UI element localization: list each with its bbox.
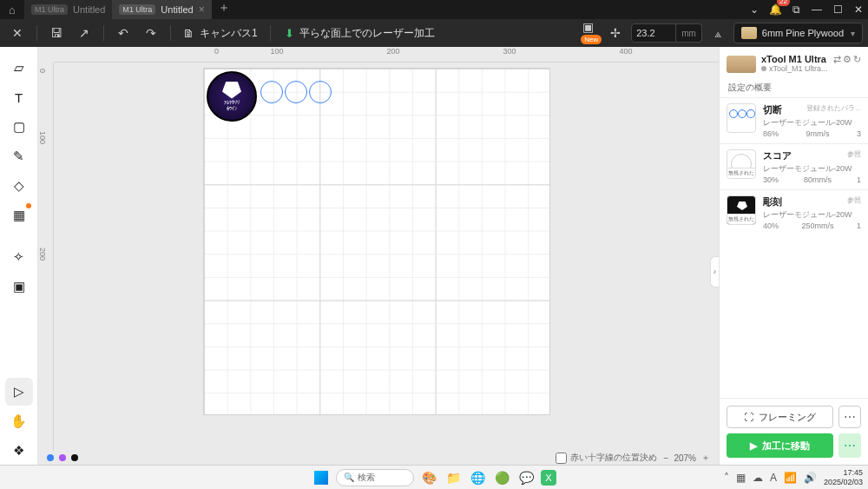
tray-cloud-icon[interactable]: ☁ [753, 472, 763, 484]
swap-icon[interactable]: ⇄ [833, 54, 841, 73]
close-icon[interactable]: ✕ [5, 21, 30, 45]
path-icon[interactable]: ✢ [603, 21, 628, 45]
thickness-unit: mm [676, 23, 702, 43]
tray-chevron-icon[interactable]: ˄ [724, 472, 729, 484]
titlebar: ⌂ M1 Ultra Untitled M1 Ultra Untitled × … [0, 0, 868, 19]
framing-more-button[interactable]: ⋯ [838, 406, 861, 428]
mode-selector[interactable]: ⬇︎ 平らな面上でのレーザー加工 [278, 26, 442, 41]
taskbar-xcs-icon[interactable]: X [541, 470, 556, 486]
apps-icon[interactable]: ▦ [5, 202, 33, 229]
export-icon[interactable]: ↗ [72, 21, 96, 45]
process-thumb [727, 103, 756, 133]
hand-icon[interactable]: ✋ [5, 407, 33, 435]
mode-text: 平らな面上でのレーザー加工 [299, 26, 435, 41]
crosshair-checkbox[interactable]: 赤い十字線の位置決め [556, 452, 657, 464]
measure-icon[interactable]: ⟁ [706, 21, 730, 45]
process-more-button[interactable]: ⋯ [838, 433, 861, 458]
tab-label: Untitled [161, 4, 193, 15]
thickness-input[interactable] [631, 23, 676, 43]
tab-close-icon[interactable]: × [199, 3, 205, 16]
zoom-out-button[interactable]: − [664, 453, 669, 463]
material-name: 6mm Pine Plywood [762, 28, 844, 38]
tray-ime-icon[interactable]: A [770, 472, 777, 484]
pen-icon[interactable]: ✎ [5, 142, 33, 170]
process-item-score[interactable]: 無視された スコア 参照 レーザーモジュール-20W 30% 80mm/s 1 [720, 143, 868, 189]
canvas-footer: 赤い十字線の位置決め − 207% ＋ [38, 451, 719, 465]
text-icon[interactable]: T [5, 83, 33, 111]
taskbar-line-icon[interactable]: 💬 [516, 468, 536, 487]
maximize-button[interactable]: ☐ [828, 0, 847, 19]
tray-app-icon[interactable]: ▦ [736, 472, 746, 484]
canvas-area[interactable]: 0 100 200 300 400 0 100 200 ｱﾑﾔﾈﾘﾘｶﾜｲﾝ › [38, 47, 719, 465]
design-engrave-badge[interactable]: ｱﾑﾔﾈﾘﾘｶﾜｲﾝ [207, 71, 257, 122]
chevron-down-icon[interactable]: ⌄ [745, 0, 764, 19]
expand-panel-handle[interactable]: › [710, 256, 719, 287]
chevron-down-icon: ▾ [851, 29, 855, 38]
material-selector[interactable]: 6mm Pine Plywood ▾ [733, 23, 863, 43]
artboard[interactable]: ｱﾑﾔﾈﾘﾘｶﾜｲﾝ [203, 68, 550, 415]
process-button[interactable]: ▶ 加工に移動 [727, 433, 833, 458]
taskbar-edge-icon[interactable]: 🌐 [468, 468, 487, 487]
settings-title: 設定の概要 [720, 76, 868, 97]
tab-inactive[interactable]: M1 Ultra Untitled [24, 0, 112, 19]
shape-icon[interactable]: ▢ [5, 113, 33, 141]
color-layers[interactable] [47, 454, 78, 461]
process-thumb: 無視された [727, 149, 756, 179]
tab-add-button[interactable]: ＋ [212, 0, 236, 19]
insert-image-icon[interactable]: ▱ [5, 54, 33, 82]
select-icon[interactable]: ▷ [5, 378, 33, 406]
device-name: xTool M1 Ultra [761, 54, 828, 64]
process-item-cut[interactable]: 切断 登録されたパラ... レーザーモジュール-20W 86% 9mm/s 3 [720, 97, 868, 143]
taskbar-clock[interactable]: 17:45 2025/02/03 [824, 468, 863, 487]
gear-icon[interactable]: ⚙ [843, 54, 852, 73]
vector-icon[interactable]: ◇ [5, 172, 33, 200]
home-icon[interactable]: ⌂ [0, 3, 24, 17]
process-item-engrave[interactable]: 無視された 彫刻 参照 レーザーモジュール-20W 40% 250mm/s 1 [720, 189, 868, 235]
close-window-button[interactable]: ✕ [849, 0, 868, 19]
search-icon: 🔍 [344, 472, 354, 482]
redo-icon[interactable]: ↷ [139, 21, 163, 45]
left-toolbar: ▱ T ▢ ✎ ◇ ▦ ✧ ▣ ▷ ✋ ❖ [0, 47, 38, 465]
device-thumbnail [727, 56, 756, 73]
undo-icon[interactable]: ↶ [111, 21, 135, 45]
framing-icon: ⛶ [744, 412, 753, 422]
device-connection: xTool_M1 Ultra... [761, 64, 828, 73]
laser-mode-icon: ⬇︎ [285, 27, 294, 40]
framing-button[interactable]: ⛶ フレーミング [727, 406, 833, 428]
notifications-icon[interactable]: 🔔 [766, 0, 785, 19]
taskbar-search[interactable]: 🔍 検索 [336, 469, 414, 486]
zoom-in-button[interactable]: ＋ [701, 452, 710, 464]
taskbar-app-1[interactable]: 🎨 [419, 468, 438, 487]
tab-label: Untitled [73, 4, 105, 15]
material-swatch [741, 27, 757, 39]
right-panel: xTool M1 Ultra xTool_M1 Ultra... ⇄ ⚙ ↻ 設… [719, 47, 868, 465]
taskbar-explorer-icon[interactable]: 📁 [444, 468, 463, 487]
document-icon: 🗎 [183, 27, 194, 40]
design-cut-circles[interactable] [260, 81, 332, 103]
tray-wifi-icon[interactable]: 📶 [784, 472, 797, 484]
ruler-horizontal: 0 100 200 300 400 [54, 47, 719, 63]
new-badge: New [581, 35, 602, 44]
process-thumb: 無視された [727, 195, 756, 225]
taskbar-chrome-icon[interactable]: 🟢 [492, 468, 511, 487]
minimize-button[interactable]: — [807, 0, 826, 19]
refresh-icon[interactable]: ↻ [853, 54, 861, 73]
layers-icon[interactable]: ❖ [5, 437, 33, 465]
toolbar: ✕ 🖫 ↗ ↶ ↷ 🗎 キャンバス1 ⬇︎ 平らな面上でのレーザー加工 ▣ Ne… [0, 19, 868, 47]
tab-active[interactable]: M1 Ultra Untitled × [112, 0, 211, 19]
save-icon[interactable]: 🖫 [44, 21, 69, 45]
ruler-vertical: 0 100 200 [38, 63, 54, 451]
start-button[interactable] [312, 468, 331, 487]
gallery-icon[interactable]: ▣ [5, 273, 33, 301]
windows-taskbar: 🔍 検索 🎨 📁 🌐 🟢 💬 X ˄ ▦ ☁ A 📶 🔊 17:45 2025/… [0, 465, 868, 489]
canvas-selector[interactable]: 🗎 キャンバス1 [178, 26, 263, 41]
zoom-value: 207% [674, 453, 696, 463]
canvas-name: キャンバス1 [200, 26, 258, 41]
ai-icon[interactable]: ✧ [5, 243, 33, 271]
tray-volume-icon[interactable]: 🔊 [804, 472, 817, 484]
play-icon: ▶ [750, 440, 757, 452]
